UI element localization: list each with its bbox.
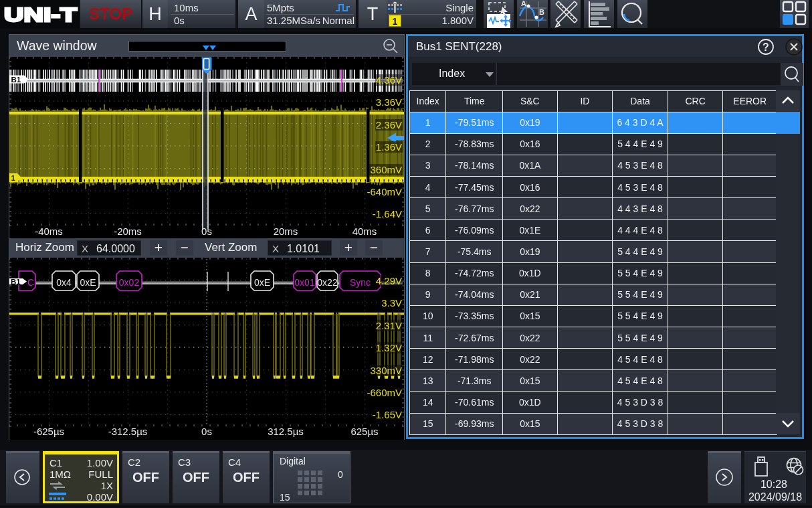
svg-text:?: ? xyxy=(763,41,769,53)
svg-text:0x22: 0x22 xyxy=(317,277,338,288)
svg-text:0xE: 0xE xyxy=(254,277,270,288)
svg-text:B1: B1 xyxy=(11,278,21,286)
svg-text:B: B xyxy=(539,8,544,16)
svg-text:0x4: 0x4 xyxy=(56,277,72,288)
svg-text:0xE: 0xE xyxy=(80,277,96,288)
svg-text:0x02: 0x02 xyxy=(119,277,140,288)
svg-text:UNI-T: UNI-T xyxy=(4,3,77,25)
svg-text:0x01: 0x01 xyxy=(294,277,315,288)
svg-text:C: C xyxy=(27,277,34,288)
svg-text:1: 1 xyxy=(11,174,15,182)
svg-text:B1: B1 xyxy=(11,76,21,84)
svg-text:A: A xyxy=(521,0,526,7)
